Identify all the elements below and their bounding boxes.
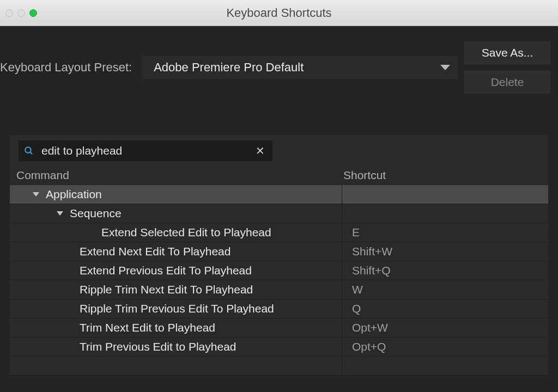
group-label: Application <box>46 188 102 201</box>
search-icon <box>24 146 34 156</box>
table-row[interactable]: Extend Selected Edit to Playhead E <box>10 223 548 242</box>
shortcut-value[interactable]: Opt+Q <box>342 340 548 353</box>
command-label: Trim Previous Edit to Playhead <box>80 340 236 353</box>
preset-controls: Keyboard Layout Preset: Adobe Premiere P… <box>0 26 558 94</box>
command-label: Trim Next Edit to Playhead <box>80 321 215 334</box>
shortcut-value[interactable]: Opt+W <box>342 321 548 334</box>
preset-value: Adobe Premiere Pro Default <box>154 60 304 75</box>
maximize-window-button[interactable] <box>29 9 37 17</box>
shortcuts-table: Application Sequence Extend Selected Edi… <box>10 185 548 376</box>
svg-line-1 <box>30 152 32 154</box>
shortcut-value[interactable]: Q <box>342 302 548 315</box>
shortcut-column-header: Shortcut <box>343 169 548 182</box>
search-row: ✕ <box>10 135 548 167</box>
table-row[interactable]: Trim Next Edit to Playhead Opt+W <box>10 318 548 338</box>
command-column-header: Command <box>16 169 343 182</box>
search-box[interactable]: ✕ <box>19 140 272 161</box>
command-label: Extend Next Edit To Playhead <box>80 245 231 258</box>
chevron-down-icon <box>33 192 39 197</box>
group-application[interactable]: Application <box>10 185 548 204</box>
table-row[interactable]: Ripple Trim Previous Edit To Playhead Q <box>10 299 548 318</box>
table-header: Command Shortcut <box>10 167 548 185</box>
command-label: Ripple Trim Next Edit To Playhead <box>80 283 253 296</box>
window-controls <box>0 9 37 17</box>
close-window-button[interactable] <box>5 9 13 17</box>
command-label: Extend Previous Edit To Playhead <box>80 264 252 277</box>
table-row[interactable]: Extend Next Edit To Playhead Shift+W <box>10 242 548 261</box>
command-label: Extend Selected Edit to Playhead <box>101 226 271 239</box>
table-row[interactable]: Extend Previous Edit To Playhead Shift+Q <box>10 261 548 280</box>
shortcut-value[interactable]: W <box>342 283 548 296</box>
title-bar: Keyboard Shortcuts <box>0 0 558 26</box>
shortcuts-panel: ✕ Command Shortcut Application Sequence … <box>10 135 548 376</box>
search-input[interactable] <box>41 144 253 157</box>
delete-button[interactable]: Delete <box>464 71 550 94</box>
shortcut-value[interactable]: Shift+Q <box>342 264 548 277</box>
preset-label: Keyboard Layout Preset: <box>0 60 132 75</box>
group-sequence[interactable]: Sequence <box>10 204 548 223</box>
chevron-down-icon <box>57 211 63 216</box>
window-title: Keyboard Shortcuts <box>0 6 558 20</box>
table-row <box>10 357 548 376</box>
chevron-down-icon <box>440 65 450 70</box>
shortcut-value[interactable]: Shift+W <box>342 245 548 258</box>
table-row[interactable]: Trim Previous Edit to Playhead Opt+Q <box>10 338 548 357</box>
clear-search-icon[interactable]: ✕ <box>253 144 267 157</box>
shortcut-value[interactable]: E <box>342 226 548 239</box>
table-row[interactable]: Ripple Trim Next Edit To Playhead W <box>10 280 548 299</box>
svg-point-0 <box>25 147 31 153</box>
preset-dropdown[interactable]: Adobe Premiere Pro Default <box>142 56 458 79</box>
group-label: Sequence <box>70 207 122 220</box>
command-label: Ripple Trim Previous Edit To Playhead <box>80 302 274 315</box>
minimize-window-button[interactable] <box>17 9 25 17</box>
save-as-button[interactable]: Save As... <box>464 41 550 64</box>
